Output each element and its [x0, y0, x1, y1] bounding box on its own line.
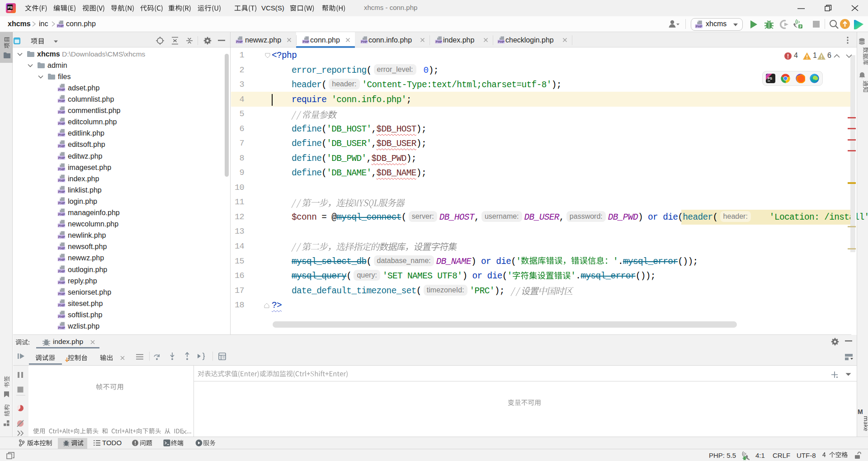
svg-text:PS: PS — [768, 76, 772, 80]
svg-text:PS: PS — [8, 5, 13, 9]
